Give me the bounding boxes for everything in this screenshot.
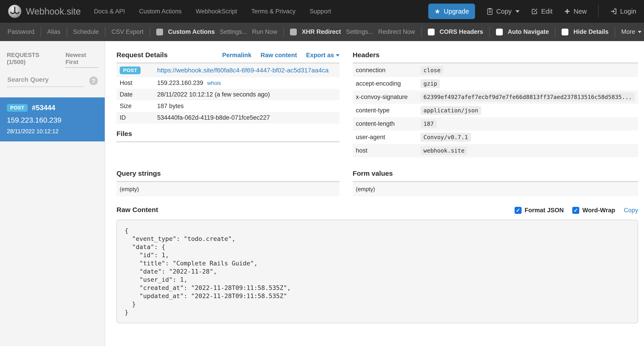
tools-toolbar: Password Alias Schedule CSV Export Custo… bbox=[0, 23, 644, 41]
auto-navigate-checkbox[interactable] bbox=[496, 28, 503, 36]
request-details-title: Request Details bbox=[116, 51, 168, 59]
checked-checkbox-icon: ✓ bbox=[514, 207, 522, 214]
navbar-divider bbox=[598, 5, 598, 18]
request-datetime: 28/11/2022 10:12:12 bbox=[7, 128, 98, 135]
header-value: gzip bbox=[420, 79, 440, 88]
form-values-empty: (empty) bbox=[353, 182, 638, 196]
form-values-section: Form values (empty) bbox=[353, 170, 638, 196]
upgrade-button[interactable]: ★ Upgrade bbox=[428, 4, 475, 19]
webhook-logo-icon bbox=[8, 4, 22, 18]
headers-title: Headers bbox=[353, 51, 380, 59]
header-row: content-type application/json bbox=[353, 104, 638, 117]
requests-sidebar: REQUESTS (1/500) Newest First ? POST #53… bbox=[0, 41, 105, 346]
menu-docs-api[interactable]: Docs & API bbox=[94, 8, 125, 15]
export-as-dropdown[interactable]: Export as bbox=[306, 52, 340, 59]
plus-icon bbox=[564, 8, 571, 15]
header-row: x-convoy-signature 62399ef4927afef7ecbf9… bbox=[353, 90, 638, 104]
header-value: 62399ef4927afef7ecbf9d7e7fe66d8813ff37ae… bbox=[420, 93, 635, 102]
auto-navigate-label: Auto Navigate bbox=[508, 28, 549, 36]
header-row: connection close bbox=[353, 64, 638, 77]
date-value: 28/11/2022 10:12:12 (a few seconds ago) bbox=[157, 91, 270, 98]
request-ip: 159.223.160.239 bbox=[7, 116, 98, 124]
clipboard-icon bbox=[486, 8, 493, 15]
menu-webhookscript[interactable]: WebhookScript bbox=[196, 8, 237, 15]
header-row: user-agent Convoy/v0.7.1 bbox=[353, 130, 638, 144]
copy-dropdown[interactable]: Copy bbox=[486, 8, 520, 15]
copy-raw-content-link[interactable]: Copy bbox=[624, 207, 638, 214]
cors-headers-group: CORS Headers bbox=[422, 28, 489, 36]
header-value: application/json bbox=[420, 106, 481, 115]
cors-headers-checkbox[interactable] bbox=[428, 28, 435, 36]
menu-custom-actions[interactable]: Custom Actions bbox=[139, 8, 182, 15]
more-dropdown[interactable]: More bbox=[615, 28, 644, 36]
sort-toggle[interactable]: Newest First bbox=[66, 52, 98, 68]
custom-actions-run-now[interactable]: Run Now bbox=[252, 28, 277, 36]
new-button[interactable]: New bbox=[564, 8, 587, 15]
header-row: host webhook.site bbox=[353, 144, 638, 157]
table-row-url: POST https://webhook.site/f60fa8c4-6f69-… bbox=[116, 64, 340, 77]
menu-terms-privacy[interactable]: Terms & Privacy bbox=[251, 8, 296, 15]
more-label: More bbox=[621, 28, 635, 36]
xhr-redirect-settings[interactable]: Settings... bbox=[346, 28, 373, 36]
permalink-link[interactable]: Permalink bbox=[222, 52, 252, 59]
raw-content-link[interactable]: Raw content bbox=[260, 52, 297, 59]
login-button[interactable]: Login bbox=[610, 8, 636, 15]
requests-count: REQUESTS (1/500) bbox=[7, 52, 56, 66]
menu-support[interactable]: Support bbox=[310, 8, 331, 15]
word-wrap-label: Word-Wrap bbox=[582, 207, 615, 214]
chevron-down-icon bbox=[336, 54, 340, 56]
search-help-icon[interactable]: ? bbox=[89, 76, 98, 85]
chevron-down-icon bbox=[516, 10, 520, 13]
toolbar-password[interactable]: Password bbox=[1, 28, 41, 36]
xhr-redirect-group: XHR Redirect Settings... Redirect Now bbox=[284, 28, 421, 36]
id-value: 534440fa-062d-4119-b8de-071fce5ec227 bbox=[157, 114, 270, 121]
custom-actions-group: Custom Actions Settings... Run Now bbox=[150, 28, 284, 36]
edit-label: Edit bbox=[541, 8, 552, 15]
files-section: Files bbox=[116, 130, 340, 142]
toolbar-alias[interactable]: Alias bbox=[41, 28, 67, 36]
copy-label: Copy bbox=[496, 8, 512, 15]
custom-actions-settings[interactable]: Settings... bbox=[220, 28, 247, 36]
table-row-size: Size 187 bytes bbox=[116, 100, 340, 112]
new-label: New bbox=[574, 8, 587, 15]
top-navbar: Webhook.site Docs & API Custom Actions W… bbox=[0, 0, 644, 23]
xhr-redirect-now[interactable]: Redirect Now bbox=[378, 28, 415, 36]
header-value: webhook.site bbox=[420, 146, 468, 155]
table-row-host: Host 159.223.160.239 whois bbox=[116, 77, 340, 89]
word-wrap-toggle[interactable]: ✓ Word-Wrap bbox=[572, 207, 615, 214]
cors-headers-label: CORS Headers bbox=[440, 28, 483, 36]
brand[interactable]: Webhook.site bbox=[8, 4, 81, 18]
request-detail-panel: Request Details Permalink Raw content Ex… bbox=[105, 41, 644, 346]
search-input[interactable] bbox=[7, 75, 83, 87]
table-row-date: Date 28/11/2022 10:12:12 (a few seconds … bbox=[116, 89, 340, 100]
xhr-redirect-checkbox[interactable] bbox=[290, 28, 297, 36]
hide-details-checkbox[interactable] bbox=[562, 28, 568, 36]
upgrade-label: Upgrade bbox=[444, 8, 469, 15]
raw-content-title: Raw Content bbox=[116, 206, 158, 214]
raw-json-body: { "event_type": "todo.create", "data": {… bbox=[125, 226, 630, 316]
whois-link[interactable]: whois bbox=[207, 80, 221, 86]
headers-section: Headers connection close accept-encoding… bbox=[353, 51, 638, 157]
auto-navigate-group: Auto Navigate bbox=[490, 28, 555, 36]
section-rule bbox=[116, 141, 340, 142]
header-row: content-length 187 bbox=[353, 117, 638, 130]
main-menu: Docs & API Custom Actions WebhookScript … bbox=[94, 8, 331, 15]
request-url-link[interactable]: https://webhook.site/f60fa8c4-6f69-4447-… bbox=[157, 67, 328, 74]
method-badge: POST bbox=[7, 104, 28, 112]
star-icon: ★ bbox=[434, 8, 440, 15]
toolbar-csv-export[interactable]: CSV Export bbox=[105, 28, 150, 36]
format-json-toggle[interactable]: ✓ Format JSON bbox=[514, 207, 564, 214]
table-row-id: ID 534440fa-062d-4119-b8de-071fce5ec227 bbox=[116, 112, 340, 124]
format-json-label: Format JSON bbox=[524, 207, 564, 214]
edit-button[interactable]: Edit bbox=[531, 8, 552, 15]
header-row: accept-encoding gzip bbox=[353, 77, 638, 90]
custom-actions-label: Custom Actions bbox=[168, 28, 215, 36]
size-value: 187 bytes bbox=[157, 102, 184, 110]
method-badge-cell: POST bbox=[120, 66, 157, 74]
custom-actions-checkbox[interactable] bbox=[156, 28, 163, 36]
checked-checkbox-icon: ✓ bbox=[572, 207, 579, 214]
request-list-item-selected[interactable]: POST #53444 159.223.160.239 28/11/2022 1… bbox=[0, 98, 105, 142]
toolbar-schedule[interactable]: Schedule bbox=[67, 28, 105, 36]
host-value: 159.223.160.239 bbox=[157, 80, 203, 86]
request-number: #53444 bbox=[32, 104, 55, 112]
